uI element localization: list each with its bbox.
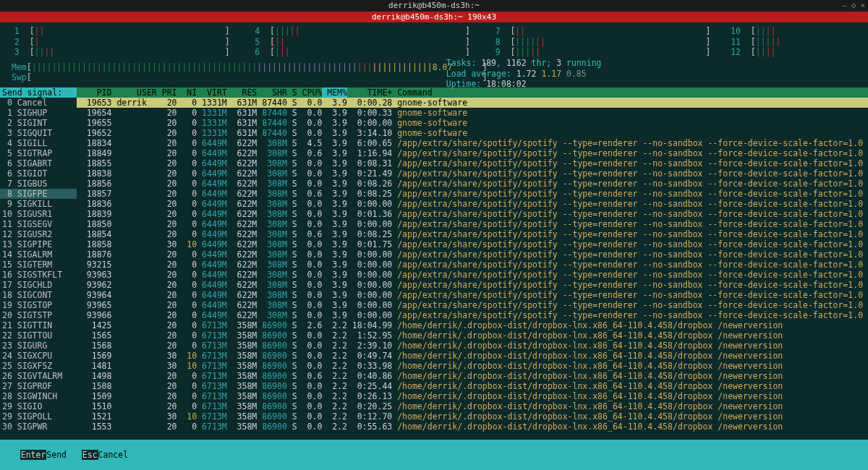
signal-item-sigpipe[interactable]: 13 SIGPIPE — [0, 239, 77, 249]
signal-item-sigusr1[interactable]: 10 SIGUSR1 — [0, 209, 77, 219]
table-row[interactable]: 93962 20 0 6449M 622M 308M S 0.0 3.9 0:0… — [77, 280, 868, 290]
table-row[interactable]: 18834 20 0 6449M 622M 308M S 4.5 3.9 6:0… — [77, 138, 868, 148]
table-row[interactable]: 18856 20 0 6449M 622M 308M S 0.0 3.9 0:0… — [77, 179, 868, 189]
esc-key[interactable]: Esc — [82, 450, 98, 460]
signal-item-sigtstp[interactable]: 20 SIGTSTP — [0, 310, 77, 320]
cpu-meters: 1 [|| ] 4 [||||| ] 7 [|| ] 10 [|||| ] 2 … — [4, 26, 864, 58]
table-row[interactable]: 18849 20 0 6449M 622M 308M S 0.6 3.9 1:1… — [77, 148, 868, 158]
signal-item-sigvtalrm[interactable]: 26 SIGVTALRM — [0, 371, 77, 381]
signal-item-sigio[interactable]: 29 SIGIO — [0, 401, 77, 411]
table-row[interactable]: 1425 20 0 6713M 358M 86900 S 2.6 2.2 18:… — [77, 320, 868, 330]
signal-item-sigusr2[interactable]: 12 SIGUSR2 — [0, 229, 77, 239]
signal-item-sigchld[interactable]: 17 SIGCHLD — [0, 280, 77, 290]
signal-item-sigprof[interactable]: 27 SIGPROF — [0, 381, 77, 391]
signal-item-sighup[interactable]: 1 SIGHUP — [0, 108, 77, 118]
signal-item-sigwinch[interactable]: 28 SIGWINCH — [0, 391, 77, 401]
table-row[interactable]: 18839 20 0 6449M 622M 308M S 0.0 3.9 0:0… — [77, 209, 868, 219]
table-row[interactable]: 19655 20 0 1331M 631M 87440 S 0.0 3.9 0:… — [77, 118, 868, 128]
table-row[interactable]: 1498 20 0 6713M 358M 86900 S 0.6 2.2 0:4… — [77, 371, 868, 381]
table-row[interactable]: 1481 30 10 6713M 358M 86900 S 0.0 2.2 0:… — [77, 361, 868, 371]
table-row[interactable]: 1509 20 0 6713M 358M 86900 S 0.0 2.2 0:2… — [77, 391, 868, 401]
signal-item-sigpwr[interactable]: 30 SIGPWR — [0, 422, 77, 432]
signal-item-sigstop[interactable]: 19 SIGSTOP — [0, 300, 77, 310]
terminal-tab[interactable]: derrik@b450m-ds3h:~ 190x43 — [0, 12, 868, 22]
table-row[interactable]: 18838 20 0 6449M 622M 308M S 0.0 3.9 0:2… — [77, 168, 868, 179]
table-row[interactable]: 18876 20 0 6449M 622M 308M S 0.0 3.9 0:0… — [77, 249, 868, 260]
table-row[interactable]: 93965 20 0 6449M 622M 308M S 0.0 3.9 0:0… — [77, 300, 868, 310]
signal-item-sigstkflt[interactable]: 16 SIGSTKFLT — [0, 270, 77, 280]
cancel-label: Cancel — [98, 450, 129, 460]
signal-item-cancel[interactable]: 0 Cancel — [0, 98, 77, 108]
signal-item-sigurg[interactable]: 23 SIGURG — [0, 341, 77, 351]
signal-item-sigxfsz[interactable]: 25 SIGXFSZ — [0, 361, 77, 371]
table-row[interactable]: 93964 20 0 6449M 622M 308M S 0.0 3.9 0:0… — [77, 290, 868, 300]
table-row[interactable]: 93215 20 0 6449M 622M 308M S 0.0 3.9 0:0… — [77, 260, 868, 270]
table-row[interactable]: 1508 20 0 6713M 358M 86900 S 0.0 2.2 0:2… — [77, 381, 868, 391]
table-row[interactable]: 1553 20 0 6713M 358M 86900 S 0.0 2.2 0:5… — [77, 422, 868, 432]
signal-item-sigterm[interactable]: 15 SIGTERM — [0, 260, 77, 270]
signal-panel-header: Send signal: — [0, 87, 77, 98]
table-row[interactable]: 1510 20 0 6713M 358M 86900 S 0.0 2.2 0:2… — [77, 401, 868, 411]
signal-item-sigill[interactable]: 4 SIGILL — [0, 138, 77, 148]
table-row[interactable]: 93963 20 0 6449M 622M 308M S 0.0 3.9 0:0… — [77, 270, 868, 280]
table-row[interactable]: 18857 20 0 6449M 622M 308M S 0.6 3.9 0:0… — [77, 189, 868, 199]
table-row[interactable]: 18850 20 0 6449M 622M 308M S 0.0 3.9 0:0… — [77, 219, 868, 229]
signal-item-sigquit[interactable]: 3 SIGQUIT — [0, 128, 77, 138]
signal-item-sigpoll[interactable]: 29 SIGPOLL — [0, 411, 77, 422]
window-titlebar: derrik@b450m-ds3h:~ — ◇ × — [0, 0, 868, 12]
table-row[interactable]: 18858 30 10 6449M 622M 308M S 0.0 3.9 0:… — [77, 239, 868, 249]
signal-item-sigxcpu[interactable]: 24 SIGXCPU — [0, 351, 77, 361]
signal-item-sigalrm[interactable]: 14 SIGALRM — [0, 249, 77, 260]
maximize-icon[interactable]: ◇ — [851, 0, 856, 12]
table-row[interactable]: 19653 derrik 20 0 1331M 631M 87440 S 0.0… — [77, 98, 868, 108]
table-row[interactable]: 19654 20 0 1331M 631M 87440 S 0.0 3.9 0:… — [77, 108, 868, 118]
table-row[interactable]: 1565 20 0 6713M 358M 86900 S 0.0 2.2 1:5… — [77, 330, 868, 341]
table-row[interactable]: 18854 20 0 6449M 622M 308M S 0.6 3.9 0:0… — [77, 229, 868, 239]
signal-item-sigsegv[interactable]: 11 SIGSEGV — [0, 219, 77, 229]
table-row[interactable]: 1568 20 0 6713M 358M 86900 S 0.0 2.2 2:3… — [77, 341, 868, 351]
signal-item-sigttin[interactable]: 21 SIGTTIN — [0, 320, 77, 330]
footer-bar: EnterSend EscCancel — [0, 440, 868, 470]
table-row[interactable]: 1521 30 10 6713M 358M 86900 S 0.0 2.2 0:… — [77, 411, 868, 422]
window-title: derrik@b450m-ds3h:~ — [388, 1, 480, 10]
signal-item-sigttou[interactable]: 22 SIGTTOU — [0, 330, 77, 341]
signal-item-sigabrt[interactable]: 6 SIGABRT — [0, 158, 77, 168]
process-table: PID USER PRI NI VIRT RES SHR S CPU% MEM%… — [77, 87, 868, 432]
signal-item-sigbus[interactable]: 7 SIGBUS — [0, 179, 77, 189]
table-row[interactable]: 1569 30 10 6713M 358M 86900 S 0.0 2.2 0:… — [77, 351, 868, 361]
table-row[interactable]: 18836 20 0 6449M 622M 308M S 0.0 3.9 0:0… — [77, 199, 868, 209]
enter-key[interactable]: Enter — [20, 450, 47, 460]
signal-panel: Send signal: 0 Cancel 1 SIGHUP 2 SIGINT … — [0, 87, 77, 432]
send-label: Send — [46, 450, 81, 460]
table-row[interactable]: 19652 20 0 1331M 631M 87440 S 0.0 3.9 3:… — [77, 128, 868, 138]
table-row[interactable]: 93966 20 0 6449M 622M 308M S 0.0 3.9 0:0… — [77, 310, 868, 320]
signal-item-sigkill[interactable]: 9 SIGKILL — [0, 199, 77, 209]
close-icon[interactable]: × — [860, 0, 865, 12]
signal-item-sigint[interactable]: 2 SIGINT — [0, 118, 77, 128]
signal-item-sigcont[interactable]: 18 SIGCONT — [0, 290, 77, 300]
minimize-icon[interactable]: — — [842, 0, 847, 12]
signal-item-sigfpe[interactable]: 8 SIGFPE — [0, 189, 77, 199]
signal-item-sigtrap[interactable]: 5 SIGTRAP — [0, 148, 77, 158]
signal-item-sigiot[interactable]: 6 SIGIOT — [0, 168, 77, 179]
table-row[interactable]: 18855 20 0 6449M 622M 308M S 0.0 3.9 0:0… — [77, 158, 868, 168]
